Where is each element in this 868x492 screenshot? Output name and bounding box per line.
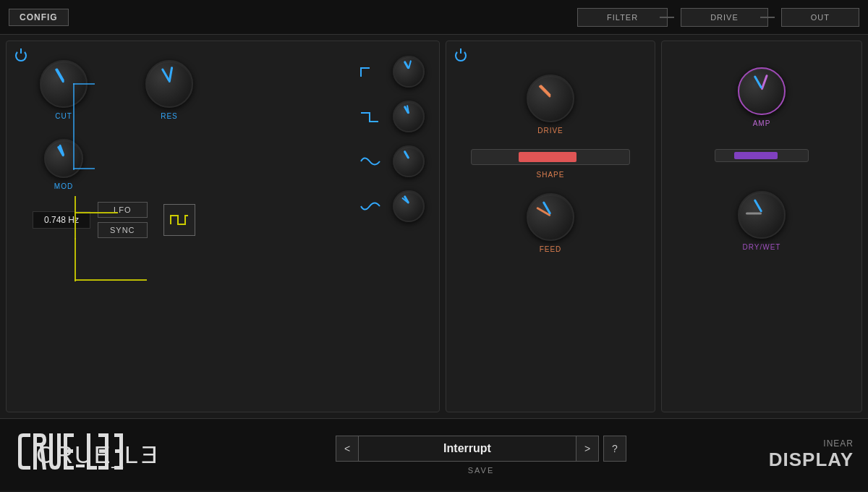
res-knob-group: RES: [145, 60, 193, 120]
display-text: DISPLAY: [767, 449, 854, 471]
nav-drive[interactable]: DRIVE: [681, 8, 768, 27]
main-area: CUT MOD: [0, 35, 868, 418]
drywet-knob[interactable]: [738, 191, 786, 239]
filter-power-icon[interactable]: [15, 50, 27, 62]
cut-label: CUT: [55, 112, 72, 120]
shape1-icon: [359, 64, 381, 80]
next-preset-button[interactable]: >: [576, 436, 599, 462]
drywet-knob-group: DRY/WET: [738, 191, 786, 251]
right-content: AMP DRY/WET: [673, 53, 850, 251]
shape4-icon: [359, 198, 381, 214]
shape1-knob[interactable]: [393, 56, 425, 88]
nav-filter[interactable]: FILTER: [577, 8, 668, 27]
square-wave-icon: [169, 213, 190, 227]
lfo-wire-h2: [75, 279, 147, 281]
lfo-wire-vertical: [75, 196, 76, 239]
shape-label: SHAPE: [537, 171, 565, 179]
shape2-icon: [359, 109, 381, 124]
drive-power-icon[interactable]: [455, 50, 467, 62]
drive-knob[interactable]: [527, 75, 574, 122]
mod-knob[interactable]: [44, 139, 83, 178]
middle-content: DRIVE SHAPE FEED: [458, 53, 643, 253]
inear-text: INEAR: [767, 438, 854, 449]
lfo-button[interactable]: LFO: [98, 202, 148, 218]
mod-label: MOD: [54, 182, 73, 190]
cut-knob-group: CUT: [40, 60, 88, 120]
nav-out[interactable]: OUT: [781, 8, 859, 27]
amp-knob-group: AMP: [738, 67, 786, 127]
shape2-knob[interactable]: [393, 101, 425, 132]
feed-label: FEED: [540, 245, 562, 253]
feed-knob-group: FEED: [527, 193, 574, 253]
preset-row: < Interrupt > ?: [336, 436, 626, 462]
inear-display-logo: INEAR DISPLAY: [767, 438, 854, 471]
config-button[interactable]: CONFIG: [9, 9, 69, 26]
drive-knob-group: DRIVE: [527, 75, 574, 135]
shape3-knob[interactable]: [393, 145, 425, 177]
preset-name: Interrupt: [359, 436, 576, 462]
square-wave-button[interactable]: [163, 204, 195, 236]
out-panel: AMP DRY/WET: [661, 41, 862, 412]
mod-knob-group: MOD: [44, 139, 83, 190]
cut-wire-top: [73, 83, 95, 85]
lfo-wire2: [75, 238, 76, 281]
top-nav: FILTER DRIVE OUT: [577, 8, 859, 27]
res-knob[interactable]: [145, 60, 193, 108]
shape3-icon: [359, 153, 381, 169]
shape4-knob[interactable]: [393, 190, 425, 222]
shape-row-3: [359, 145, 425, 177]
shape-row-4: [359, 190, 425, 222]
drive-label: DRIVE: [537, 127, 563, 135]
shape-slider-group: SHAPE: [471, 149, 630, 179]
prev-preset-button[interactable]: <: [336, 436, 359, 462]
amp-slider[interactable]: [715, 149, 809, 162]
filter-panel: CUT MOD: [6, 41, 440, 412]
freq-display: 0.748 Hz: [33, 211, 90, 229]
feed-knob[interactable]: [527, 193, 574, 241]
cut-wire-vertical: [73, 83, 75, 170]
amp-label: AMP: [753, 119, 771, 127]
sync-button[interactable]: SYNC: [98, 222, 148, 238]
shape-row-2: [359, 101, 425, 132]
res-label: RES: [161, 112, 178, 120]
drywet-label: DRY/WET: [743, 243, 781, 251]
brand-text: CRUE_LE: [36, 441, 195, 469]
shape-slider-fill: [519, 152, 576, 162]
lfo-wire-h: [75, 212, 118, 213]
preset-nav: < Interrupt > ? SAVE: [210, 436, 752, 475]
save-label: SAVE: [468, 466, 495, 475]
drive-panel: DRIVE SHAPE FEED: [446, 41, 655, 412]
amp-knob[interactable]: [738, 67, 786, 115]
shape-row-1: [359, 56, 425, 88]
amp-slider-fill: [734, 152, 778, 159]
cut-wire-bottom: [73, 168, 95, 169]
shape-slider[interactable]: [471, 149, 630, 165]
help-button[interactable]: ?: [603, 436, 626, 462]
top-bar: CONFIG FILTER DRIVE OUT: [0, 0, 868, 35]
lfo-buttons: LFO SYNC: [98, 202, 148, 238]
bottom-bar: CRUE_LE < Interrupt > ? SAVE INEAR DISPL…: [0, 418, 868, 491]
